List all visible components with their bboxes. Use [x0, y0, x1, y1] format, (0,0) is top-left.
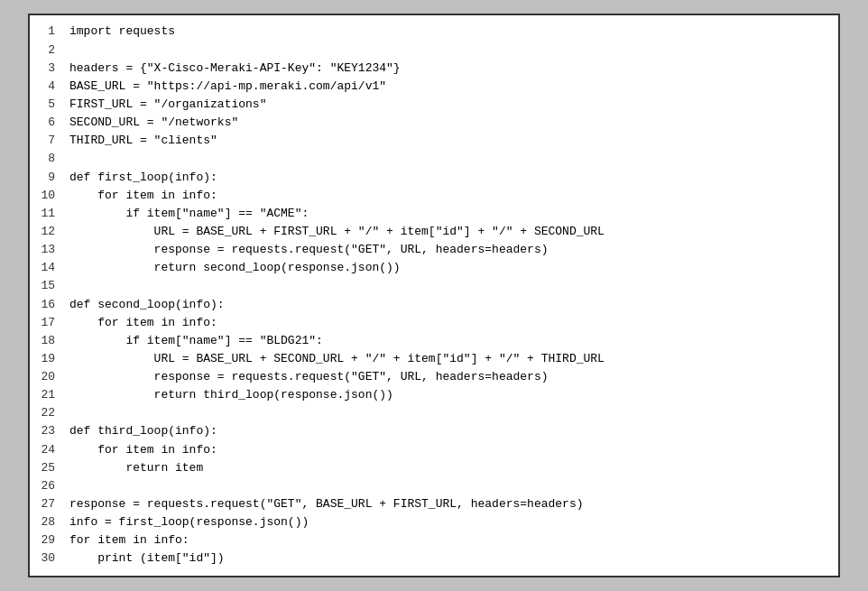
code-line: 8	[30, 150, 838, 168]
code-editor: 1import requests23headers = {"X-Cisco-Me…	[28, 14, 840, 577]
line-content: response = requests.request("GET", URL, …	[66, 241, 838, 259]
code-line: 22	[30, 404, 838, 422]
line-number: 18	[30, 332, 66, 350]
line-content: response = requests.request("GET", URL, …	[66, 368, 838, 386]
code-line: 24 for item in info:	[30, 441, 838, 459]
line-number: 24	[30, 441, 66, 459]
code-line: 25 return item	[30, 459, 838, 477]
code-line: 15	[30, 277, 838, 295]
line-number: 1	[30, 23, 66, 41]
code-line: 21 return third_loop(response.json())	[30, 386, 838, 404]
code-line: 1import requests	[30, 23, 838, 41]
line-number: 4	[30, 78, 66, 96]
line-content	[66, 277, 838, 295]
line-content: for item in info:	[66, 314, 838, 332]
line-content: info = first_loop(response.json())	[66, 513, 838, 531]
code-line: 23def third_loop(info):	[30, 422, 838, 440]
line-content: return item	[66, 459, 838, 477]
line-content: import requests	[66, 23, 838, 41]
code-line: 5FIRST_URL = "/organizations"	[30, 96, 838, 114]
line-content: THIRD_URL = "clients"	[66, 132, 838, 150]
line-number: 27	[30, 495, 66, 513]
line-content: def first_loop(info):	[66, 169, 838, 187]
line-number: 29	[30, 531, 66, 549]
line-content: return third_loop(response.json())	[66, 386, 838, 404]
code-line: 11 if item["name"] == "ACME":	[30, 205, 838, 223]
code-line: 29for item in info:	[30, 531, 838, 549]
line-number: 20	[30, 368, 66, 386]
line-content: def second_loop(info):	[66, 296, 838, 314]
code-line: 3headers = {"X-Cisco-Meraki-API-Key": "K…	[30, 60, 838, 78]
line-number: 12	[30, 223, 66, 241]
line-content: if item["name"] == "BLDG21":	[66, 332, 838, 350]
code-line: 17 for item in info:	[30, 314, 838, 332]
line-content: BASE_URL = "https://api-mp.meraki.com/ap…	[66, 78, 838, 96]
code-line: 19 URL = BASE_URL + SECOND_URL + "/" + i…	[30, 350, 838, 368]
line-number: 26	[30, 477, 66, 495]
line-number: 21	[30, 386, 66, 404]
line-content: headers = {"X-Cisco-Meraki-API-Key": "KE…	[66, 60, 838, 78]
code-line: 14 return second_loop(response.json())	[30, 259, 838, 277]
line-number: 7	[30, 132, 66, 150]
line-content: for item in info:	[66, 531, 838, 549]
line-number: 8	[30, 150, 66, 168]
code-line: 2	[30, 42, 838, 60]
code-line: 18 if item["name"] == "BLDG21":	[30, 332, 838, 350]
code-line: 13 response = requests.request("GET", UR…	[30, 241, 838, 259]
line-content: FIRST_URL = "/organizations"	[66, 96, 838, 114]
code-line: 16def second_loop(info):	[30, 296, 838, 314]
line-content: for item in info:	[66, 441, 838, 459]
line-content	[66, 42, 838, 60]
line-number: 19	[30, 350, 66, 368]
line-content: return second_loop(response.json())	[66, 259, 838, 277]
line-number: 15	[30, 277, 66, 295]
line-content: URL = BASE_URL + FIRST_URL + "/" + item[…	[66, 223, 838, 241]
line-number: 2	[30, 42, 66, 60]
line-number: 5	[30, 96, 66, 114]
code-line: 20 response = requests.request("GET", UR…	[30, 368, 838, 386]
line-number: 17	[30, 314, 66, 332]
code-line: 28info = first_loop(response.json())	[30, 513, 838, 531]
line-number: 30	[30, 549, 66, 568]
line-number: 11	[30, 205, 66, 223]
code-line: 7THIRD_URL = "clients"	[30, 132, 838, 150]
line-content: URL = BASE_URL + SECOND_URL + "/" + item…	[66, 350, 838, 368]
code-table: 1import requests23headers = {"X-Cisco-Me…	[30, 23, 838, 568]
code-line: 6SECOND_URL = "/networks"	[30, 114, 838, 132]
line-number: 23	[30, 422, 66, 440]
code-line: 26	[30, 477, 838, 495]
code-line: 10 for item in info:	[30, 187, 838, 205]
line-number: 16	[30, 296, 66, 314]
line-number: 25	[30, 459, 66, 477]
code-line: 4BASE_URL = "https://api-mp.meraki.com/a…	[30, 78, 838, 96]
line-content: for item in info:	[66, 187, 838, 205]
line-number: 3	[30, 60, 66, 78]
line-number: 6	[30, 114, 66, 132]
line-content: if item["name"] == "ACME":	[66, 205, 838, 223]
line-number: 28	[30, 513, 66, 531]
line-number: 9	[30, 169, 66, 187]
line-content: SECOND_URL = "/networks"	[66, 114, 838, 132]
line-content: def third_loop(info):	[66, 422, 838, 440]
line-content: response = requests.request("GET", BASE_…	[66, 495, 838, 513]
code-line: 30 print (item["id"])	[30, 549, 838, 568]
line-content	[66, 477, 838, 495]
line-content	[66, 150, 838, 168]
line-content	[66, 404, 838, 422]
code-line: 12 URL = BASE_URL + FIRST_URL + "/" + it…	[30, 223, 838, 241]
line-content: print (item["id"])	[66, 549, 838, 568]
code-line: 9def first_loop(info):	[30, 169, 838, 187]
line-number: 14	[30, 259, 66, 277]
line-number: 13	[30, 241, 66, 259]
code-line: 27response = requests.request("GET", BAS…	[30, 495, 838, 513]
line-number: 22	[30, 404, 66, 422]
line-number: 10	[30, 187, 66, 205]
